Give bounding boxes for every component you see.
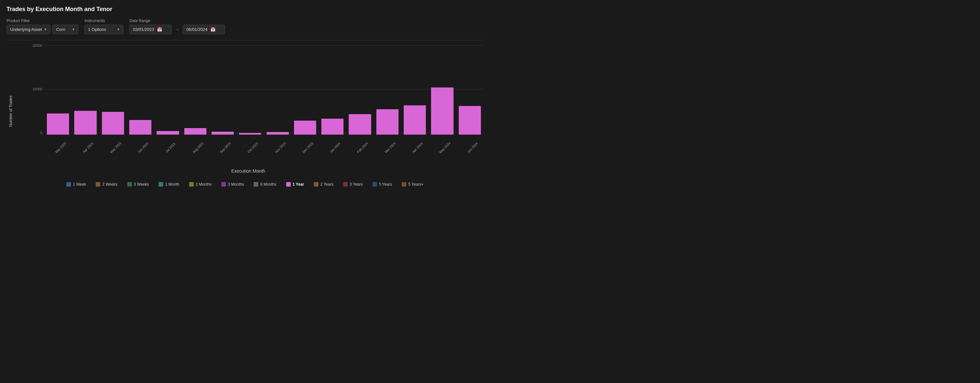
bar-group	[182, 44, 209, 135]
legend-swatch	[314, 182, 318, 187]
bar-group	[99, 44, 127, 135]
filters-row: Product Filter Underlying Asset ▼ Corn ▼…	[6, 19, 484, 34]
bar	[212, 132, 234, 135]
legend-swatch	[286, 182, 291, 187]
date-range-label: Date Range	[129, 19, 225, 23]
legend-label: 2 Months	[196, 182, 212, 187]
legend-label: 1 Month	[165, 182, 179, 187]
legend-label: 2 Weeks	[102, 182, 117, 187]
bar-group	[428, 44, 456, 135]
legend-item: 1 Year	[286, 182, 304, 187]
instruments-label: Instruments	[84, 19, 123, 23]
bar-group	[44, 44, 72, 135]
bar	[267, 132, 289, 135]
bars-and-axes: 20000 10000 0	[13, 44, 484, 144]
bar	[184, 128, 207, 135]
date-start-input[interactable]: 03/01/2023 📅	[129, 25, 172, 34]
legend-item: 5 Years	[372, 182, 392, 187]
legend-label: 3 Weeks	[134, 182, 149, 187]
legend-label: 1 Year	[293, 182, 304, 187]
legend-swatch	[343, 182, 348, 187]
bar-group	[72, 44, 99, 135]
bar	[376, 109, 399, 135]
corn-chevron: ▼	[72, 28, 75, 31]
legend-item: 2 Weeks	[96, 182, 117, 187]
bar	[102, 112, 124, 135]
chart-inner: 20000 10000 0 Mar 2	[13, 44, 484, 179]
legend-swatch	[127, 182, 132, 187]
instruments-filter-group: Instruments 1 Options ▼	[84, 19, 123, 34]
date-range-filter-group: Date Range 03/01/2023 📅 → 06/01/2024 📅	[129, 19, 225, 34]
x-axis-title: Execution Month	[13, 168, 484, 174]
legend-item: 3 Weeks	[127, 182, 149, 187]
legend-swatch	[159, 182, 163, 187]
bar-group	[346, 44, 374, 135]
bar	[459, 106, 481, 135]
legend-swatch	[96, 182, 100, 187]
calendar-icon-end: 📅	[210, 27, 216, 32]
bar-group	[127, 44, 154, 135]
bar-group	[209, 44, 236, 135]
bar-group	[236, 44, 264, 135]
bar	[404, 105, 426, 135]
date-arrow-icon: →	[173, 27, 181, 32]
page-title: Trades by Execution Month and Tenor	[6, 6, 484, 13]
legend-item: 1 Month	[159, 182, 179, 187]
bar	[431, 87, 453, 135]
bar	[321, 119, 344, 135]
legend-item: 2 Months	[189, 182, 212, 187]
date-range-controls: 03/01/2023 📅 → 06/01/2024 📅	[129, 25, 225, 34]
legend-item: 1 Week	[67, 182, 86, 187]
legend-swatch	[254, 182, 258, 187]
bar-group	[154, 44, 181, 135]
product-filter-controls: Underlying Asset ▼ Corn ▼	[6, 25, 78, 34]
y-axis-label: Number of Trades	[6, 44, 13, 179]
bar	[47, 114, 69, 135]
chart-container: Number of Trades 20000 10000 0	[6, 40, 484, 188]
bar	[239, 133, 261, 135]
legend-label: 3 Years	[350, 182, 363, 187]
legend-swatch	[221, 182, 226, 187]
bar-group	[291, 44, 319, 135]
bar	[157, 131, 179, 135]
bar-group	[264, 44, 291, 135]
x-axis-labels: Mar 2023Apr 2023May 2023Jun 2023Jul 2023…	[44, 145, 484, 150]
corn-dropdown[interactable]: Corn ▼	[52, 25, 78, 34]
legend-label: 2 Years	[320, 182, 333, 187]
legend: 1 Week2 Weeks3 Weeks1 Month2 Months3 Mon…	[6, 179, 484, 188]
legend-item: 2 Years	[314, 182, 333, 187]
legend-swatch	[189, 182, 194, 187]
calendar-icon-start: 📅	[157, 27, 162, 32]
legend-item: 3 Years	[343, 182, 363, 187]
underlying-asset-dropdown[interactable]: Underlying Asset ▼	[6, 25, 51, 34]
legend-label: 1 Week	[73, 182, 86, 187]
legend-label: 6 Months	[260, 182, 276, 187]
date-end-input[interactable]: 06/01/2024 📅	[183, 25, 225, 34]
legend-label: 5 Years	[379, 182, 392, 187]
product-filter-label: Product Filter	[6, 19, 78, 23]
underlying-asset-chevron: ▼	[44, 28, 47, 31]
bar-group	[319, 44, 346, 135]
instruments-chevron: ▼	[117, 28, 120, 31]
chart-area: Number of Trades 20000 10000 0	[6, 44, 484, 179]
product-filter-group: Product Filter Underlying Asset ▼ Corn ▼	[6, 19, 78, 34]
bars-row	[44, 44, 484, 135]
legend-swatch	[372, 182, 377, 187]
bar	[129, 120, 151, 135]
legend-item: 5 Years+	[402, 182, 423, 187]
legend-swatch	[67, 182, 71, 187]
instruments-dropdown[interactable]: 1 Options ▼	[84, 25, 123, 34]
legend-label: 5 Years+	[408, 182, 423, 187]
bar-group	[401, 44, 428, 135]
bar	[74, 111, 96, 135]
bar	[294, 120, 316, 135]
legend-item: 3 Months	[221, 182, 244, 187]
legend-item: 6 Months	[254, 182, 276, 187]
bar-group	[456, 44, 484, 135]
bar	[349, 114, 371, 135]
bar-group	[374, 44, 401, 135]
legend-swatch	[402, 182, 406, 187]
legend-label: 3 Months	[228, 182, 244, 187]
